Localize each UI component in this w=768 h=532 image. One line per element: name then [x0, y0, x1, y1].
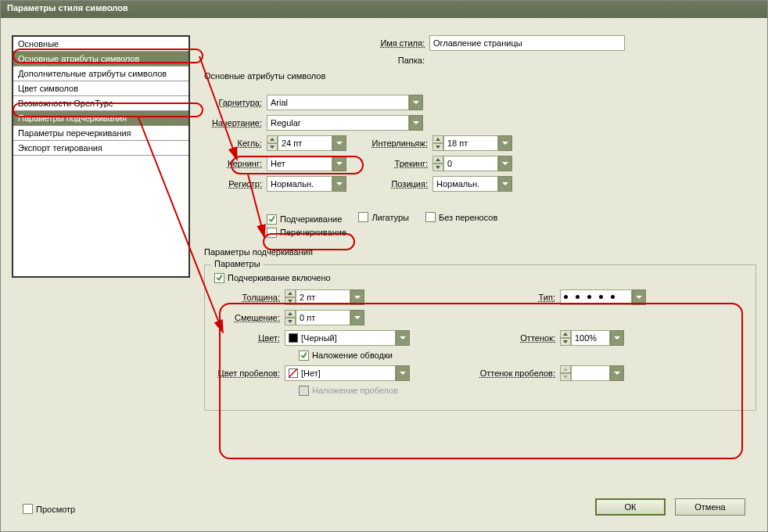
- checkbox-icon: [358, 212, 368, 222]
- chevron-down-icon[interactable]: [332, 156, 346, 171]
- main-panel: Имя стиля: Оглавление страницы Папка: Ос…: [204, 35, 756, 484]
- chevron-down-icon[interactable]: [350, 310, 364, 325]
- sidebar-item-opentype[interactable]: Возможности OpenType: [13, 96, 188, 111]
- group-legend: Параметры: [211, 259, 264, 268]
- position-combo[interactable]: Нормальн.: [432, 176, 512, 192]
- tracking-label: Трекинг:: [346, 159, 432, 168]
- checkbox-icon: [299, 350, 309, 361]
- chevron-down-icon[interactable]: [610, 330, 624, 346]
- chevron-down-icon[interactable]: [350, 289, 364, 305]
- basic-section-title: Основные атрибуты символов: [204, 71, 756, 81]
- chevron-down-icon[interactable]: [409, 95, 423, 110]
- gap-color-combo[interactable]: [Нет]: [285, 365, 410, 381]
- none-swatch-icon: [289, 368, 298, 378]
- underline-section-title: Параметры подчеркивания: [204, 247, 756, 257]
- font-combo[interactable]: Arial: [267, 95, 423, 110]
- weight-label: Толщина:: [214, 293, 285, 302]
- sidebar-item-strike[interactable]: Параметры перечеркивания: [13, 126, 188, 141]
- chevron-down-icon[interactable]: [396, 330, 410, 346]
- tint-label: Оттенок:: [410, 333, 560, 343]
- gap-tint-spinner[interactable]: [560, 365, 624, 381]
- gap-tint-label: Оттенок пробелов:: [410, 368, 560, 378]
- category-sidebar: Основные Основные атрибуты символов Допо…: [12, 35, 190, 278]
- chevron-down-icon[interactable]: [396, 365, 410, 381]
- strike-checkbox[interactable]: Перечеркивание: [267, 228, 346, 238]
- ok-button[interactable]: ОК: [595, 498, 666, 516]
- preview-checkbox[interactable]: Просмотр: [23, 504, 75, 514]
- color-label: Цвет:: [214, 333, 285, 343]
- gap-color-label: Цвет пробелов:: [214, 368, 285, 378]
- checkbox-icon: [425, 212, 436, 222]
- window-title: Параметры стиля символов: [7, 3, 128, 13]
- leading-label: Интерлиньяж:: [346, 138, 432, 148]
- kerning-label: Кернинг:: [204, 159, 267, 168]
- style-name-input[interactable]: Оглавление страницы: [429, 35, 625, 51]
- underline-checkbox[interactable]: Подчеркивание: [267, 214, 342, 225]
- checkbox-icon: [299, 386, 309, 396]
- sidebar-item-export-tags[interactable]: Экспорт тегирования: [13, 141, 188, 156]
- case-label: Регистр:: [204, 179, 267, 189]
- chevron-down-icon[interactable]: [332, 176, 346, 192]
- sidebar-item-color[interactable]: Цвет символов: [13, 81, 188, 96]
- size-label: Кегль:: [204, 138, 267, 148]
- weight-spinner[interactable]: 2 пт: [285, 289, 364, 305]
- spin-up-icon[interactable]: [267, 135, 278, 143]
- case-combo[interactable]: Нормальн.: [267, 176, 346, 192]
- sidebar-item-general[interactable]: Основные: [13, 37, 188, 52]
- spin-down-icon[interactable]: [267, 143, 278, 151]
- font-label: Гарнитура:: [204, 98, 267, 107]
- style-name-label: Имя стиля:: [336, 38, 429, 48]
- sidebar-item-advanced-attrs[interactable]: Дополнительные атрибуты символов: [13, 66, 188, 81]
- dialog-window: Параметры стиля символов Основные Основн…: [0, 0, 768, 532]
- tint-spinner[interactable]: 100%: [560, 330, 624, 346]
- underline-enabled-checkbox[interactable]: Подчеркивание включено: [214, 273, 331, 283]
- chevron-down-icon[interactable]: [332, 135, 346, 151]
- position-label: Позиция:: [346, 179, 432, 189]
- underline-params-group: Параметры Подчеркивание включено Толщина…: [204, 264, 756, 411]
- overprint-gap-checkbox: Наложение пробелов: [299, 386, 398, 396]
- type-combo[interactable]: [560, 289, 646, 305]
- checkbox-icon: [23, 504, 33, 514]
- ligatures-checkbox[interactable]: Лигатуры: [358, 212, 409, 222]
- color-swatch-icon: [289, 333, 298, 343]
- kerning-combo[interactable]: Нет: [267, 156, 346, 171]
- nohyphen-checkbox[interactable]: Без переносов: [425, 212, 497, 222]
- checkbox-icon: [214, 273, 224, 283]
- overprint-stroke-checkbox[interactable]: Наложение обводки: [299, 350, 393, 361]
- type-label: Тип:: [364, 293, 560, 302]
- chevron-down-icon[interactable]: [498, 135, 512, 151]
- size-spinner[interactable]: 24 пт: [267, 135, 346, 151]
- sidebar-item-basic-attrs[interactable]: Основные атрибуты символов: [13, 52, 188, 66]
- chevron-down-icon[interactable]: [610, 365, 624, 381]
- cancel-button[interactable]: Отмена: [675, 498, 745, 516]
- dialog-content: Основные Основные атрибуты символов Допо…: [1, 18, 767, 531]
- offset-label: Смещение:: [214, 313, 285, 322]
- color-combo[interactable]: [Черный]: [285, 330, 410, 346]
- checkbox-icon: [267, 214, 277, 225]
- titlebar: Параметры стиля символов: [1, 1, 767, 18]
- leading-spinner[interactable]: 18 пт: [432, 135, 512, 151]
- folder-label: Папка:: [336, 56, 429, 65]
- fontstyle-combo[interactable]: Regular: [267, 115, 423, 131]
- checkbox-icon: [267, 228, 277, 238]
- dialog-buttons: ОК Отмена: [595, 498, 745, 516]
- chevron-down-icon[interactable]: [632, 289, 646, 305]
- chevron-down-icon[interactable]: [409, 115, 423, 131]
- style-label: Начертание:: [204, 118, 267, 128]
- sidebar-item-underline[interactable]: Параметры подчеркивания: [13, 111, 188, 126]
- chevron-down-icon[interactable]: [498, 176, 512, 192]
- offset-spinner[interactable]: 0 пт: [285, 310, 364, 325]
- tracking-spinner[interactable]: 0: [432, 156, 512, 171]
- chevron-down-icon[interactable]: [498, 156, 512, 171]
- dotted-line-icon: [564, 295, 615, 299]
